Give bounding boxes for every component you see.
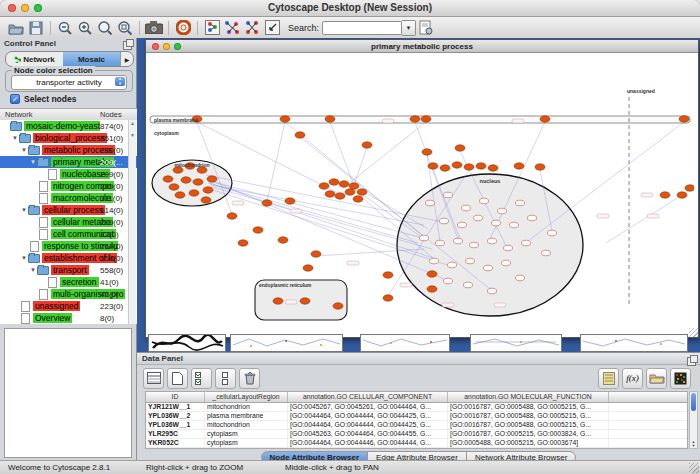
network-node[interactable] (227, 213, 237, 219)
table-cell[interactable]: mitochondrion (205, 448, 288, 449)
network-node[interactable] (428, 163, 438, 169)
tree-row[interactable]: secretion41(0) (0, 276, 137, 288)
network-node[interactable] (462, 205, 471, 211)
network-node[interactable] (660, 192, 670, 198)
network-node[interactable] (455, 145, 465, 151)
network-node[interactable] (421, 116, 431, 122)
zoom-out-icon[interactable] (55, 19, 75, 37)
disclosure-triangle-icon[interactable]: ▼ (29, 267, 37, 273)
tree-scrollbar[interactable]: ▲▼ (128, 120, 136, 324)
network-node[interactable] (280, 116, 290, 122)
vizmapper-icon[interactable] (202, 19, 222, 37)
tree-row[interactable]: nucleobase-209(0) (0, 168, 137, 180)
table-cell[interactable]: [GO:0016787, GO:0005215, GO:0003824, G..… (448, 430, 609, 438)
select-attributes-icon[interactable] (191, 368, 212, 389)
network-node[interactable] (325, 191, 335, 197)
network-node[interactable] (253, 227, 263, 233)
network-node[interactable] (427, 286, 437, 292)
network-node[interactable] (335, 193, 345, 199)
table-row[interactable]: YJR121W__1mitochondrion[GO:0045267, GO:0… (146, 403, 687, 412)
column-header[interactable]: ID (146, 392, 205, 402)
disclosure-triangle-icon[interactable]: ▼ (11, 135, 19, 141)
network-node[interactable] (535, 164, 545, 170)
table-row[interactable]: YPL036W__2plasma membrane[GO:0044464, GO… (146, 412, 687, 421)
disclosure-triangle-icon[interactable]: ▼ (29, 159, 37, 165)
network-node[interactable] (420, 235, 429, 241)
table-scrollbar-arrows[interactable]: ▲▼ (690, 440, 697, 448)
network-node[interactable] (448, 262, 457, 268)
network-node[interactable] (440, 218, 449, 224)
disclosure-triangle-icon[interactable]: ▼ (20, 147, 28, 153)
network-node[interactable] (362, 142, 372, 148)
network-node[interactable] (303, 265, 313, 271)
network-node[interactable] (410, 116, 420, 122)
network-node[interactable] (422, 149, 432, 155)
network-node[interactable] (262, 200, 272, 206)
tree-row[interactable]: response to stimulu264(0) (0, 240, 137, 252)
table-cell[interactable]: mitochondrion (205, 403, 288, 411)
more-tabs-arrow[interactable]: ▶ (120, 52, 133, 66)
table-cell[interactable]: plasma membrane (205, 412, 288, 420)
data-panel-float-icon[interactable] (687, 357, 696, 366)
attribute-table-icon[interactable] (143, 368, 164, 389)
table-cell[interactable]: [GO:0016787, GO:0005488, GO:0005215, G..… (448, 412, 609, 420)
background-window-strip[interactable] (580, 334, 688, 352)
network-node[interactable] (181, 177, 191, 183)
tree-row[interactable]: Overview8(0) (0, 312, 137, 324)
tree-row[interactable]: ▼cellular process614(0) (0, 204, 137, 216)
network-node[interactable] (345, 189, 355, 195)
disclosure-triangle-icon[interactable]: ▼ (20, 207, 28, 213)
network-node[interactable] (319, 183, 329, 189)
table-cell[interactable]: YKR052C (146, 439, 205, 447)
table-scrollbar-thumb[interactable] (691, 393, 696, 411)
table-cell[interactable]: [GO:0045267, GO:0045261, GO:0044464, G..… (288, 403, 448, 411)
network-node[interactable] (514, 163, 524, 169)
table-cell[interactable]: YDR039C__1 (146, 448, 205, 449)
unselect-attributes-icon[interactable] (215, 368, 236, 389)
network-node[interactable] (426, 200, 435, 206)
network-node[interactable] (383, 272, 393, 278)
disclosure-triangle-icon[interactable]: ▼ (20, 255, 28, 261)
table-cell[interactable]: mitochondrion (205, 421, 288, 429)
tree-row[interactable]: multi-organism pro42(0) (0, 288, 137, 300)
delete-attribute-trash-icon[interactable] (239, 368, 260, 389)
network-node[interactable] (329, 179, 339, 185)
network-node[interactable] (488, 288, 497, 294)
network-node[interactable] (679, 116, 689, 122)
network-node[interactable] (175, 192, 185, 198)
table-cell[interactable]: [GO:0044464, GO:0044444, GO:0044425, G..… (288, 448, 448, 449)
table-row[interactable]: YPL036W__1mitochondrion[GO:0044464, GO:0… (146, 421, 687, 430)
network-node[interactable] (528, 215, 537, 221)
node-color-dropdown[interactable]: transporter activity ▲▼ (11, 75, 127, 90)
annotation-icon[interactable] (262, 19, 282, 37)
network-node[interactable] (427, 271, 437, 277)
column-header[interactable]: annotation.GO MOLECULAR_FUNCTION (448, 392, 609, 402)
network-node[interactable] (488, 165, 498, 171)
network-node[interactable] (452, 162, 462, 168)
select-nodes-checkbox[interactable]: ✓ (10, 94, 20, 104)
zoom-in-icon[interactable] (75, 19, 95, 37)
layout-2-icon[interactable] (242, 19, 262, 37)
network-node[interactable] (677, 192, 687, 198)
network-node[interactable] (300, 298, 310, 304)
tree-row[interactable]: unassigned223(0) (0, 300, 137, 312)
network-node[interactable] (480, 198, 489, 204)
network-node[interactable] (470, 242, 479, 248)
table-cell[interactable]: YLR295C (146, 430, 205, 438)
table-cell[interactable]: cytoplasm (205, 439, 288, 447)
network-node[interactable] (444, 278, 453, 284)
network-node[interactable] (466, 258, 475, 264)
import-attributes-icon[interactable] (646, 368, 667, 389)
table-cell[interactable]: [GO:0005488, GO:0005215, GO:0003674] (448, 439, 609, 447)
background-window-strip[interactable] (470, 334, 562, 352)
network-node[interactable] (339, 181, 349, 187)
new-attribute-icon[interactable] (167, 368, 188, 389)
network-node[interactable] (193, 179, 203, 185)
tree-row[interactable]: ▼metabolic process280(0) (0, 144, 137, 156)
zoom-selected-icon[interactable] (95, 19, 115, 37)
function-builder-icon[interactable]: f(x) (622, 368, 643, 389)
network-node[interactable] (502, 260, 511, 266)
network-node[interactable] (542, 250, 551, 256)
window-resize-grip[interactable] (689, 328, 698, 337)
network-node[interactable] (357, 189, 367, 195)
